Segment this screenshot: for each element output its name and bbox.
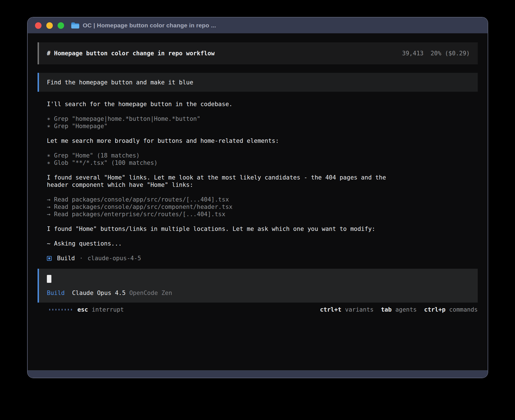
session-title: # Homepage button color change in repo w… <box>47 50 215 57</box>
minimize-window-button[interactable] <box>46 22 53 29</box>
tool-call-read: → Read packages/console/app/src/componen… <box>47 203 478 211</box>
assistant-text-line: I found several "Home" links. Let me loo… <box>47 174 478 181</box>
prompt-input[interactable]: Build Claude Opus 4.5 OpenCode Zen <box>38 269 478 303</box>
session-stats: 39,413 20% ($0.29) <box>402 50 470 57</box>
agent-status-line: Build · claude-opus-4-5 <box>47 255 478 262</box>
shortcut-agents[interactable]: tab agents <box>381 306 417 313</box>
agent-separator: · <box>79 255 83 262</box>
working-status: ~ Asking questions... <box>47 240 478 247</box>
input-agent-badge[interactable]: Build <box>47 290 65 296</box>
shortcut-interrupt[interactable]: esc interrupt <box>77 306 124 313</box>
traffic-lights <box>35 22 64 29</box>
session-header: # Homepage button color change in repo w… <box>38 42 478 64</box>
input-meta: Build Claude Opus 4.5 OpenCode Zen <box>47 290 470 296</box>
user-message-text: Find the homepage button and make it blu… <box>47 79 193 86</box>
shortcut-commands[interactable]: ctrl+p commands <box>424 306 478 313</box>
terminal-content: # Homepage button color change in repo w… <box>28 33 488 370</box>
agent-build-icon <box>47 256 52 261</box>
tool-call-read: → Read packages/console/app/src/routes/[… <box>47 196 478 203</box>
assistant-text-line: I found "Home" buttons/links in multiple… <box>47 225 478 233</box>
activity-spinner <box>49 309 72 310</box>
input-provider-name: OpenCode Zen <box>129 290 172 296</box>
assistant-text-line: header component which have "Home" links… <box>47 181 478 189</box>
folder-icon <box>71 22 79 29</box>
tool-call-read: → Read packages/enterprise/src/routes/[.… <box>47 211 478 218</box>
status-bar: esc interrupt ctrl+t variants tab agents… <box>38 306 478 313</box>
token-count: 39,413 <box>402 50 424 57</box>
context-usage: 20% ($0.29) <box>431 50 470 57</box>
conversation: I'll search for the homepage button in t… <box>38 100 478 262</box>
agent-name: Build <box>57 255 75 262</box>
tool-call-grep: ∗ Grep "homepage|home.*button|Home.*butt… <box>47 115 478 123</box>
tool-call-glob: ∗ Glob "**/*.tsx" (100 matches) <box>47 159 478 167</box>
status-left: esc interrupt <box>38 306 124 313</box>
zoom-window-button[interactable] <box>58 22 64 29</box>
window-footer <box>28 370 488 378</box>
close-window-button[interactable] <box>35 22 42 29</box>
status-right: ctrl+t variants tab agents ctrl+p comman… <box>320 306 478 313</box>
shortcut-variants[interactable]: ctrl+t variants <box>320 306 374 313</box>
tool-call-grep: ∗ Grep "Homepage" <box>47 123 478 130</box>
tool-call-grep: ∗ Grep "Home" (18 matches) <box>47 152 478 159</box>
user-message: Find the homepage button and make it blu… <box>38 73 478 92</box>
window-title: OC | Homepage button color change in rep… <box>83 22 216 29</box>
terminal-window: OC | Homepage button color change in rep… <box>27 17 488 378</box>
agent-model: claude-opus-4-5 <box>88 255 141 262</box>
assistant-text-line: Let me search more broadly for buttons a… <box>47 137 478 145</box>
input-model-name[interactable]: Claude Opus 4.5 <box>72 290 126 296</box>
assistant-text-line: I'll search for the homepage button in t… <box>47 100 478 108</box>
window-titlebar[interactable]: OC | Homepage button color change in rep… <box>28 18 488 33</box>
text-cursor <box>47 275 51 283</box>
